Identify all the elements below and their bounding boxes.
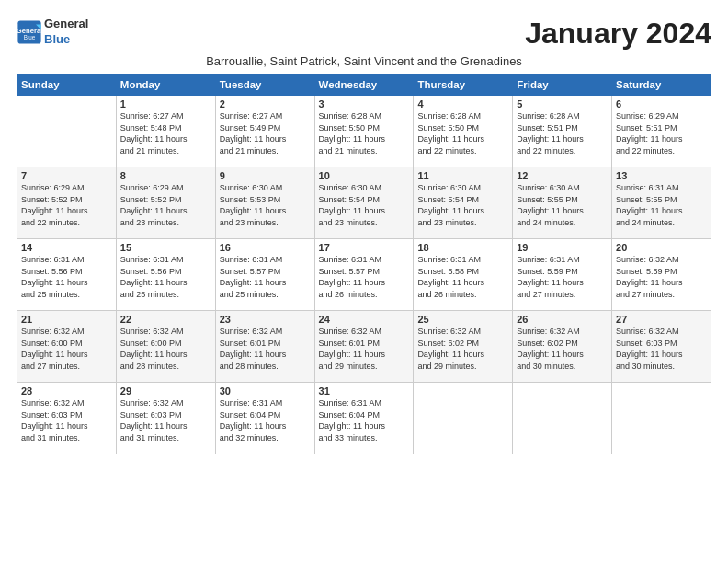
day-info: Sunrise: 6:32 AM Sunset: 6:00 PM Dayligh… xyxy=(120,326,211,372)
subtitle: Barrouallie, Saint Patrick, Saint Vincen… xyxy=(17,54,711,68)
day-cell: 15Sunrise: 6:31 AM Sunset: 5:56 PM Dayli… xyxy=(116,239,215,311)
week-row-4: 21Sunrise: 6:32 AM Sunset: 6:00 PM Dayli… xyxy=(17,311,711,383)
day-cell: 27Sunrise: 6:32 AM Sunset: 6:03 PM Dayli… xyxy=(612,311,711,383)
day-info: Sunrise: 6:32 AM Sunset: 6:01 PM Dayligh… xyxy=(319,326,410,372)
day-number: 28 xyxy=(21,385,112,396)
day-info: Sunrise: 6:31 AM Sunset: 5:59 PM Dayligh… xyxy=(517,254,608,300)
day-cell: 19Sunrise: 6:31 AM Sunset: 5:59 PM Dayli… xyxy=(513,239,612,311)
day-cell: 14Sunrise: 6:31 AM Sunset: 5:56 PM Dayli… xyxy=(17,239,117,311)
day-info: Sunrise: 6:31 AM Sunset: 5:55 PM Dayligh… xyxy=(616,182,707,228)
day-cell: 7Sunrise: 6:29 AM Sunset: 5:52 PM Daylig… xyxy=(17,167,117,239)
svg-text:Blue: Blue xyxy=(24,34,36,40)
day-number: 25 xyxy=(417,314,508,325)
day-cell: 9Sunrise: 6:30 AM Sunset: 5:53 PM Daylig… xyxy=(215,167,314,239)
day-info: Sunrise: 6:32 AM Sunset: 6:03 PM Dayligh… xyxy=(21,397,112,443)
day-info: Sunrise: 6:30 AM Sunset: 5:55 PM Dayligh… xyxy=(517,182,608,228)
day-info: Sunrise: 6:31 AM Sunset: 5:58 PM Dayligh… xyxy=(417,254,508,300)
day-cell: 2Sunrise: 6:27 AM Sunset: 5:49 PM Daylig… xyxy=(215,96,314,167)
day-number: 14 xyxy=(21,242,112,253)
day-cell: 30Sunrise: 6:31 AM Sunset: 6:04 PM Dayli… xyxy=(215,383,314,454)
col-header-saturday: Saturday xyxy=(612,75,711,96)
logo-text-general: General xyxy=(44,17,88,32)
day-info: Sunrise: 6:31 AM Sunset: 5:56 PM Dayligh… xyxy=(120,254,211,300)
day-cell: 4Sunrise: 6:28 AM Sunset: 5:50 PM Daylig… xyxy=(414,96,513,167)
day-info: Sunrise: 6:32 AM Sunset: 6:03 PM Dayligh… xyxy=(120,397,211,443)
day-number: 11 xyxy=(417,170,508,181)
day-number: 6 xyxy=(616,98,707,109)
day-number: 9 xyxy=(220,170,311,181)
day-number: 18 xyxy=(417,242,508,253)
day-number: 3 xyxy=(319,98,410,109)
day-cell: 13Sunrise: 6:31 AM Sunset: 5:55 PM Dayli… xyxy=(612,167,711,239)
day-cell: 25Sunrise: 6:32 AM Sunset: 6:02 PM Dayli… xyxy=(414,311,513,383)
day-info: Sunrise: 6:29 AM Sunset: 5:52 PM Dayligh… xyxy=(120,182,211,228)
day-number: 12 xyxy=(517,170,608,181)
day-cell: 12Sunrise: 6:30 AM Sunset: 5:55 PM Dayli… xyxy=(513,167,612,239)
day-cell: 1Sunrise: 6:27 AM Sunset: 5:48 PM Daylig… xyxy=(116,96,215,167)
header-row: SundayMondayTuesdayWednesdayThursdayFrid… xyxy=(17,75,711,96)
logo-text-blue: Blue xyxy=(44,32,88,48)
day-cell: 10Sunrise: 6:30 AM Sunset: 5:54 PM Dayli… xyxy=(314,167,414,239)
day-info: Sunrise: 6:28 AM Sunset: 5:51 PM Dayligh… xyxy=(517,110,608,156)
day-cell: 5Sunrise: 6:28 AM Sunset: 5:51 PM Daylig… xyxy=(513,96,612,167)
day-info: Sunrise: 6:31 AM Sunset: 5:57 PM Dayligh… xyxy=(220,254,311,300)
day-cell: 24Sunrise: 6:32 AM Sunset: 6:01 PM Dayli… xyxy=(314,311,414,383)
col-header-monday: Monday xyxy=(116,75,215,96)
day-cell: 16Sunrise: 6:31 AM Sunset: 5:57 PM Dayli… xyxy=(215,239,314,311)
col-header-thursday: Thursday xyxy=(414,75,513,96)
day-cell: 17Sunrise: 6:31 AM Sunset: 5:57 PM Dayli… xyxy=(314,239,414,311)
day-cell: 22Sunrise: 6:32 AM Sunset: 6:00 PM Dayli… xyxy=(116,311,215,383)
day-info: Sunrise: 6:32 AM Sunset: 6:02 PM Dayligh… xyxy=(417,326,508,372)
day-info: Sunrise: 6:30 AM Sunset: 5:54 PM Dayligh… xyxy=(417,182,508,228)
day-number: 31 xyxy=(319,385,410,396)
week-row-3: 14Sunrise: 6:31 AM Sunset: 5:56 PM Dayli… xyxy=(17,239,711,311)
day-cell: 23Sunrise: 6:32 AM Sunset: 6:01 PM Dayli… xyxy=(215,311,314,383)
day-info: Sunrise: 6:29 AM Sunset: 5:51 PM Dayligh… xyxy=(616,110,707,156)
day-number: 23 xyxy=(220,314,311,325)
day-info: Sunrise: 6:32 AM Sunset: 6:03 PM Dayligh… xyxy=(616,326,707,372)
day-cell xyxy=(414,383,513,454)
day-info: Sunrise: 6:28 AM Sunset: 5:50 PM Dayligh… xyxy=(319,110,410,156)
day-number: 29 xyxy=(120,385,211,396)
day-info: Sunrise: 6:32 AM Sunset: 6:02 PM Dayligh… xyxy=(517,326,608,372)
day-cell xyxy=(513,383,612,454)
day-info: Sunrise: 6:31 AM Sunset: 5:56 PM Dayligh… xyxy=(21,254,112,300)
day-number: 5 xyxy=(517,98,608,109)
day-info: Sunrise: 6:32 AM Sunset: 5:59 PM Dayligh… xyxy=(616,254,707,300)
day-number: 8 xyxy=(120,170,211,181)
day-number: 24 xyxy=(319,314,410,325)
day-info: Sunrise: 6:32 AM Sunset: 6:00 PM Dayligh… xyxy=(21,326,112,372)
day-number: 4 xyxy=(417,98,508,109)
day-cell: 31Sunrise: 6:31 AM Sunset: 6:04 PM Dayli… xyxy=(314,383,414,454)
day-cell: 11Sunrise: 6:30 AM Sunset: 5:54 PM Dayli… xyxy=(414,167,513,239)
day-cell: 3Sunrise: 6:28 AM Sunset: 5:50 PM Daylig… xyxy=(314,96,414,167)
day-cell: 26Sunrise: 6:32 AM Sunset: 6:02 PM Dayli… xyxy=(513,311,612,383)
day-number: 30 xyxy=(220,385,311,396)
day-number: 1 xyxy=(120,98,211,109)
day-info: Sunrise: 6:31 AM Sunset: 6:04 PM Dayligh… xyxy=(319,397,410,443)
day-info: Sunrise: 6:27 AM Sunset: 5:48 PM Dayligh… xyxy=(120,110,211,156)
month-title: January 2024 xyxy=(525,17,711,51)
day-number: 26 xyxy=(517,314,608,325)
day-cell xyxy=(612,383,711,454)
logo: General Blue General Blue xyxy=(17,17,88,48)
day-number: 2 xyxy=(220,98,311,109)
calendar-page: General Blue General Blue January 2024 B… xyxy=(0,0,728,464)
day-number: 19 xyxy=(517,242,608,253)
day-cell: 28Sunrise: 6:32 AM Sunset: 6:03 PM Dayli… xyxy=(17,383,117,454)
header: General Blue General Blue January 2024 xyxy=(17,17,711,51)
week-row-1: 1Sunrise: 6:27 AM Sunset: 5:48 PM Daylig… xyxy=(17,96,711,167)
week-row-2: 7Sunrise: 6:29 AM Sunset: 5:52 PM Daylig… xyxy=(17,167,711,239)
day-info: Sunrise: 6:28 AM Sunset: 5:50 PM Dayligh… xyxy=(417,110,508,156)
day-number: 16 xyxy=(220,242,311,253)
logo-icon: General Blue xyxy=(17,19,42,45)
day-info: Sunrise: 6:31 AM Sunset: 6:04 PM Dayligh… xyxy=(220,397,311,443)
col-header-friday: Friday xyxy=(513,75,612,96)
day-number: 22 xyxy=(120,314,211,325)
day-cell: 20Sunrise: 6:32 AM Sunset: 5:59 PM Dayli… xyxy=(612,239,711,311)
day-number: 27 xyxy=(616,314,707,325)
col-header-wednesday: Wednesday xyxy=(314,75,414,96)
day-cell: 21Sunrise: 6:32 AM Sunset: 6:00 PM Dayli… xyxy=(17,311,117,383)
day-cell xyxy=(17,96,117,167)
day-number: 20 xyxy=(616,242,707,253)
